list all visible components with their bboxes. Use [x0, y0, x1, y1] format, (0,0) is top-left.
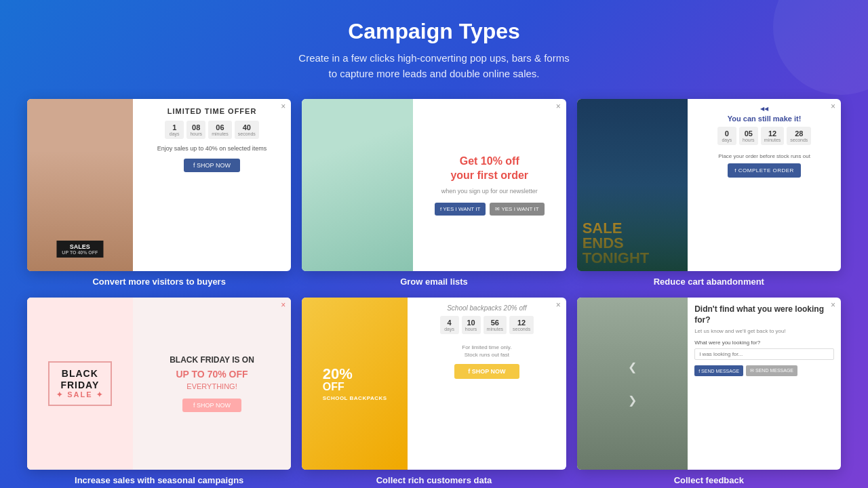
campaign-cell-email: × Get 10% off your first order when you … [302, 99, 566, 287]
yes-want-fb-button[interactable]: f YES I WANT IT [435, 203, 486, 216]
card2-content: Get 10% off your first order when you si… [413, 99, 566, 271]
close-icon-5[interactable]: × [556, 300, 561, 310]
shop-now-button[interactable]: f SHOP NOW [184, 159, 240, 172]
close-icon[interactable]: × [281, 102, 285, 111]
campaign-label-feedback: Collect feedback [674, 475, 744, 485]
campaign-label-cart: Reduce cart abandonment [654, 277, 764, 287]
countdown-row-5: 4 days 10 hours 56 minutes 12 [440, 316, 534, 334]
card5-content: School backpacks 20% off 4 days 10 hours… [408, 298, 566, 470]
countdown-minutes-3: 12 minutes [761, 127, 785, 145]
card4-layout: BLACK FRIDAY ✦ SALE ✦ BLACK FRIDAY IS ON… [27, 298, 291, 470]
countdown-seconds: 40 seconds [235, 121, 259, 139]
arrows-row: ◀◀ [760, 106, 768, 112]
complete-order-button[interactable]: f COMPLETE ORDER [728, 163, 801, 178]
campaign-cell-data: × 20% OFF SCHOOL BACKPACKS School backpa… [302, 298, 566, 485]
countdown-row-1: 1 days 08 hours 06 minutes 40 [165, 121, 259, 139]
popup-card-email: × Get 10% off your first order when you … [302, 99, 566, 271]
card1-content: LIMITED TIME OFFER 1 days 08 hours 06 mi [133, 99, 292, 271]
c5-hours: 10 hours [462, 316, 481, 334]
sales-badge: SALES UP TO 40% OFF [56, 241, 103, 258]
yes-want-email-button[interactable]: ✉ YES I WANT IT [490, 203, 544, 216]
card2-layout: Get 10% off your first order when you si… [302, 99, 566, 271]
close-icon-6[interactable]: × [831, 300, 835, 310]
bf-everything: EVERYTHING! [186, 382, 237, 390]
card1-image: SALES UP TO 40% OFF [27, 99, 133, 271]
popup-card-cart: × SALE ENDS TONIGHT ◀◀ You can still mak… [577, 99, 841, 271]
close-icon-3[interactable]: × [831, 102, 835, 111]
c5-days: 4 days [440, 316, 459, 334]
card6-layout: ❮ ❯ Didn't find what you were looking fo… [577, 298, 841, 470]
what-looking-label: What were you looking for? [694, 340, 834, 346]
countdown-minutes: 06 minutes [208, 121, 232, 139]
you-can-title: You can still make it! [728, 115, 802, 123]
close-icon-4[interactable]: × [281, 300, 285, 310]
page-header: Campaign Types Create in a few clicks hi… [0, 0, 868, 92]
card4-content: BLACK FRIDAY IS ON UP TO 70% OFF EVERYTH… [133, 298, 292, 470]
countdown-days-3: 0 days [717, 127, 736, 145]
arrow-left-icon: ◀◀ [760, 106, 768, 112]
newsletter-text: when you sign up for our newsletter [441, 188, 538, 195]
send-fb-button[interactable]: f SEND MESSAGE [694, 365, 743, 376]
twenty-off: 20% OFF SCHOOL BACKPACKS [323, 367, 387, 401]
arrow-next-icon[interactable]: ❯ [628, 394, 637, 407]
feedback-input[interactable] [694, 348, 834, 360]
place-order-text: Place your order before stock runs out [718, 153, 810, 159]
card3-layout: SALE ENDS TONIGHT ◀◀ You can still make … [577, 99, 841, 271]
popup-card-feedback: × ❮ ❯ Didn't find what you were looking … [577, 298, 841, 470]
get-off-title: Get 10% off your first order [450, 155, 528, 183]
send-email-button[interactable]: ✉ SEND MESSAGE [746, 365, 797, 376]
countdown-row-3: 0 days 05 hours 12 minutes 28 [717, 127, 812, 145]
card2-image [302, 99, 413, 271]
campaign-cell-convert: × SALES UP TO 40% OFF LIMITED TIME OFFER… [27, 99, 291, 287]
campaign-label-data: Collect rich customers data [376, 475, 492, 485]
campaign-label-email: Grow email lists [400, 277, 468, 287]
didnt-find-title: Didn't find what you were looking for? [694, 304, 834, 325]
page-subtitle: Create in a few clicks high-converting p… [0, 51, 868, 81]
bf-off: UP TO 70% OFF [176, 369, 248, 380]
card6-image: ❮ ❯ [577, 298, 688, 470]
popup-card-convert: × SALES UP TO 40% OFF LIMITED TIME OFFER… [27, 99, 291, 271]
page-title: Campaign Types [0, 19, 868, 44]
campaign-cell-feedback: × ❮ ❯ Didn't find what you were looking … [577, 298, 841, 485]
arrow-prev-icon[interactable]: ❮ [628, 361, 637, 373]
card3-image: SALE ENDS TONIGHT [577, 99, 688, 271]
c5-seconds: 12 seconds [509, 316, 534, 334]
countdown-days: 1 days [165, 121, 184, 139]
bf-shop-button[interactable]: f SHOP NOW [182, 399, 241, 412]
close-icon-2[interactable]: × [556, 102, 561, 111]
countdown-seconds-3: 28 seconds [787, 127, 811, 145]
campaign-label-convert: Convert more visitors to buyers [92, 277, 226, 287]
limited-title: LIMITED TIME OFFER [167, 107, 257, 115]
card5-layout: 20% OFF SCHOOL BACKPACKS School backpack… [302, 298, 566, 470]
campaign-cell-seasonal: × BLACK FRIDAY ✦ SALE ✦ BLACK FRIDAY IS … [27, 298, 291, 485]
black-friday-box: BLACK FRIDAY ✦ SALE ✦ [48, 361, 111, 407]
countdown-hours: 08 hours [186, 121, 205, 139]
campaign-label-seasonal: Increase sales with seasonal campaigns [75, 475, 243, 485]
popup-card-data: × 20% OFF SCHOOL BACKPACKS School backpa… [302, 298, 566, 470]
card4-left: BLACK FRIDAY ✦ SALE ✦ [27, 298, 133, 470]
campaign-cell-cart: × SALE ENDS TONIGHT ◀◀ You can still mak… [577, 99, 841, 287]
let-us-know: Let us know and we'll get back to you! [694, 328, 834, 334]
campaigns-grid: × SALES UP TO 40% OFF LIMITED TIME OFFER… [0, 92, 868, 488]
school-title: School backpacks 20% off [447, 304, 526, 312]
countdown-hours-3: 05 hours [739, 127, 758, 145]
c5-minutes: 56 minutes [484, 316, 507, 334]
model-figure [302, 99, 413, 271]
want-btn-row: f YES I WANT IT ✉ YES I WANT IT [435, 203, 545, 216]
card6-content: Didn't find what you were looking for? L… [688, 298, 841, 470]
card6-arrows: ❮ ❯ [628, 361, 637, 407]
bf-title: BLACK FRIDAY IS ON [170, 355, 254, 365]
limited-note: For limited time only.Stock runs out fas… [462, 344, 511, 359]
enjoy-text: Enjoy sales up to 40% on selected items [157, 144, 267, 153]
card3-content: ◀◀ You can still make it! 0 days 05 hour… [688, 99, 841, 271]
send-btns: f SEND MESSAGE ✉ SEND MESSAGE [694, 365, 834, 376]
c5-shop-button[interactable]: f SHOP NOW [454, 364, 519, 379]
card1-layout: SALES UP TO 40% OFF LIMITED TIME OFFER 1… [27, 99, 291, 271]
popup-card-seasonal: × BLACK FRIDAY ✦ SALE ✦ BLACK FRIDAY IS … [27, 298, 291, 470]
card5-left: 20% OFF SCHOOL BACKPACKS [302, 298, 408, 470]
